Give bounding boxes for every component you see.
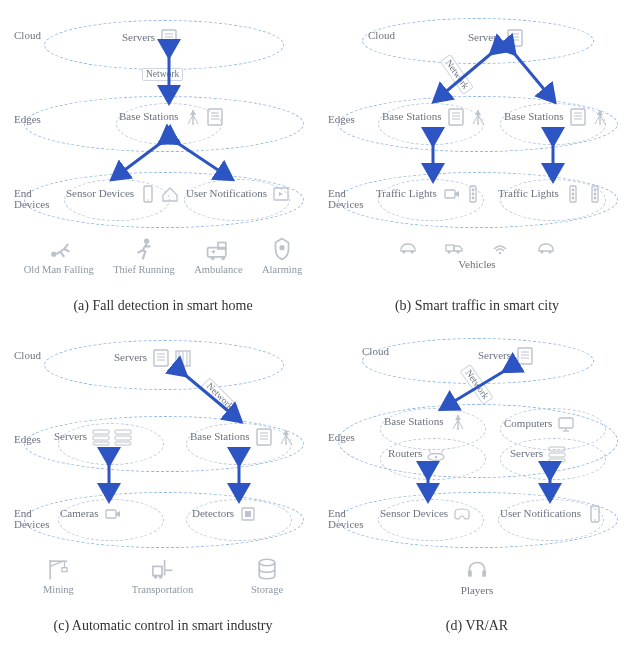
edges-servers: Servers xyxy=(510,444,567,464)
server-icon xyxy=(568,107,588,127)
diagram-b: Cloud Edges End Devices Servers Base Sta… xyxy=(328,12,626,292)
cloud-servers: Servers xyxy=(122,28,179,48)
cloud-label: Cloud xyxy=(368,30,395,41)
vehicles-label: Vehicles xyxy=(458,258,495,270)
router-icon xyxy=(426,444,446,464)
antenna-icon xyxy=(468,107,488,127)
caption-b: (b) Smart traffic in smart city xyxy=(395,298,559,314)
diagram-a: Cloud Edges End Devices Servers Base Sta… xyxy=(14,12,312,292)
diagram-c: Cloud Edges End Devices Servers Servers … xyxy=(14,332,312,612)
edges-basestation-2: Base Stations xyxy=(504,107,610,127)
players-row: Players xyxy=(328,556,626,596)
vr-icon xyxy=(452,504,472,524)
panel-a: Cloud Edges End Devices Servers Base Sta… xyxy=(12,12,314,314)
ground-thief: Thief Running xyxy=(113,236,175,275)
antenna-icon xyxy=(183,107,203,127)
edges-basestation: Base Stations xyxy=(190,427,296,447)
server-icon xyxy=(505,28,525,48)
cloud-label: Cloud xyxy=(14,350,41,361)
phone-icon xyxy=(138,184,158,204)
server-icon xyxy=(515,346,535,366)
network-label: Network xyxy=(142,68,183,81)
servers-label: Servers xyxy=(122,32,155,44)
ground-c: Mining Transportation Storage xyxy=(14,556,312,595)
players-label: Players xyxy=(461,584,493,596)
camera-icon xyxy=(102,504,122,524)
car-icon xyxy=(536,236,556,256)
ground-label: Transportation xyxy=(132,584,193,595)
end-cameras: Cameras xyxy=(60,504,122,524)
traffic-lights-label: Traffic Lights xyxy=(376,188,437,200)
fall-icon xyxy=(46,236,72,262)
end-traffic-2: Traffic Lights xyxy=(498,184,605,204)
edges-basestation: Base Stations xyxy=(384,412,468,432)
end-label: End Devices xyxy=(328,508,363,530)
edge-servers-label: Servers xyxy=(54,431,87,443)
edges-label: Edges xyxy=(14,114,41,125)
cameras-label: Cameras xyxy=(60,508,98,520)
crane-icon xyxy=(45,556,71,582)
rack-icon xyxy=(547,444,567,464)
base-stations-label: Base Stations xyxy=(190,431,250,443)
building-icon xyxy=(173,348,193,368)
ground-label: Alarming xyxy=(262,264,302,275)
end-label: End Devices xyxy=(14,188,49,210)
headset-icon xyxy=(464,556,490,582)
end-user-notifications: User Notifications xyxy=(186,184,291,204)
edges-label: Edges xyxy=(328,432,355,443)
server-icon xyxy=(205,107,225,127)
ground-label: Old Man Falling xyxy=(24,264,94,275)
trafficlight-icon xyxy=(585,184,605,204)
base-stations-label: Base Stations xyxy=(119,111,179,123)
cloud-servers: Servers xyxy=(468,28,525,48)
edges-basestation: Base Stations xyxy=(119,107,225,127)
panel-d: Cloud Edges End Devices Servers Base Sta… xyxy=(326,332,628,634)
ground-mining: Mining xyxy=(43,556,74,595)
tablet-icon xyxy=(271,184,291,204)
ambulance-icon xyxy=(205,236,231,262)
edges-label: Edges xyxy=(328,114,355,125)
antenna-icon xyxy=(448,412,468,432)
trafficlight-icon xyxy=(463,184,483,204)
vehicles-row: Vehicles xyxy=(328,236,626,270)
end-detectors: Detectors xyxy=(192,504,258,524)
antenna-icon xyxy=(276,427,296,447)
server-icon xyxy=(151,348,171,368)
user-notifications-label: User Notifications xyxy=(186,188,267,200)
phone-icon xyxy=(585,504,605,524)
forklift-icon xyxy=(149,556,175,582)
user-notifications-label: User Notifications xyxy=(500,508,581,520)
ground-oldman: Old Man Falling xyxy=(24,236,94,275)
ground-label: Ambulance xyxy=(194,264,242,275)
ground-d: Players xyxy=(328,556,626,596)
ground-alarming: Alarming xyxy=(262,236,302,275)
house-icon xyxy=(160,184,180,204)
run-icon xyxy=(131,236,157,262)
caption-c: (c) Automatic control in smart industry xyxy=(54,618,273,634)
ground-label: Thief Running xyxy=(113,264,175,275)
computers-label: Computers xyxy=(504,418,552,430)
end-label: End Devices xyxy=(14,508,49,530)
routers-label: Routers xyxy=(388,448,422,460)
panel-c: Cloud Edges End Devices Servers Servers … xyxy=(12,332,314,634)
ground-label: Mining xyxy=(43,584,74,595)
end-sensor-devices: Sensor Devices xyxy=(66,184,180,204)
edges-routers: Routers xyxy=(388,444,446,464)
rack-icon xyxy=(91,427,111,447)
figure-grid: Cloud Edges End Devices Servers Base Sta… xyxy=(12,12,628,634)
cloud-label: Cloud xyxy=(362,346,389,357)
database-icon xyxy=(254,556,280,582)
base-stations-label: Base Stations xyxy=(504,111,564,123)
traffic-lights-label: Traffic Lights xyxy=(498,188,559,200)
server-icon xyxy=(446,107,466,127)
end-traffic-1: Traffic Lights xyxy=(376,184,483,204)
ground-transport: Transportation xyxy=(132,556,193,595)
server-icon xyxy=(254,427,274,447)
end-sensor-devices: Sensor Devices xyxy=(380,504,472,524)
sensor-devices-label: Sensor Devices xyxy=(66,188,134,200)
end-user-notifications: User Notifications xyxy=(500,504,605,524)
caption-d: (d) VR/AR xyxy=(446,618,508,634)
servers-label: Servers xyxy=(468,32,501,44)
edges-computers: Computers xyxy=(504,414,576,434)
ground-label: Storage xyxy=(251,584,283,595)
